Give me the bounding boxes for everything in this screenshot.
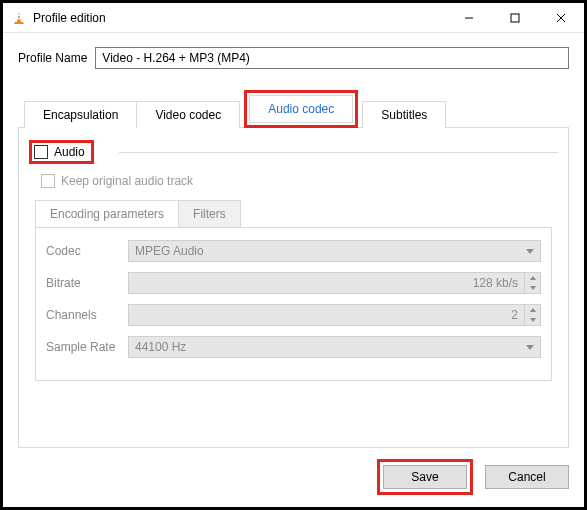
subtab-encoding[interactable]: Encoding parameters	[35, 200, 179, 227]
vlc-cone-icon	[11, 10, 27, 26]
codec-value: MPEG Audio	[135, 244, 204, 258]
samplerate-row: Sample Rate 44100 Hz	[46, 336, 541, 358]
audio-group-header: Audio	[29, 140, 558, 164]
channels-row: Channels 2	[46, 304, 541, 326]
bitrate-row: Bitrate 128 kb/s	[46, 272, 541, 294]
sub-tabbar: Encoding parameters Filters	[35, 200, 552, 228]
arrow-down-icon[interactable]	[525, 315, 540, 325]
maximize-button[interactable]	[492, 3, 538, 32]
bitrate-label: Bitrate	[46, 276, 128, 290]
bitrate-stepper[interactable]: 128 kb/s	[128, 272, 541, 294]
stepper-arrows	[524, 305, 540, 325]
profile-name-label: Profile Name	[18, 51, 87, 65]
close-button[interactable]	[538, 3, 584, 32]
tab-subtitles[interactable]: Subtitles	[362, 101, 446, 128]
codec-label: Codec	[46, 244, 128, 258]
content-area: Profile Name Encapsulation Video codec A…	[3, 33, 584, 448]
titlebar: Profile edition	[3, 3, 584, 33]
svg-rect-1	[17, 18, 21, 19]
highlight-save-button: Save	[377, 459, 473, 495]
minimize-button[interactable]	[446, 3, 492, 32]
tab-video-codec[interactable]: Video codec	[137, 101, 240, 128]
tab-audio-codec[interactable]: Audio codec	[249, 95, 353, 123]
arrow-up-icon[interactable]	[525, 305, 540, 315]
samplerate-label: Sample Rate	[46, 340, 128, 354]
tab-encapsulation[interactable]: Encapsulation	[24, 101, 137, 128]
svg-rect-0	[18, 15, 21, 16]
arrow-down-icon[interactable]	[525, 283, 540, 293]
window-controls	[446, 3, 584, 32]
window-title: Profile edition	[33, 11, 446, 25]
chevron-down-icon	[526, 249, 534, 254]
codec-select[interactable]: MPEG Audio	[128, 240, 541, 262]
samplerate-select[interactable]: 44100 Hz	[128, 336, 541, 358]
keep-original-checkbox[interactable]	[41, 174, 55, 188]
svg-rect-3	[511, 14, 519, 22]
keep-original-row: Keep original audio track	[41, 174, 558, 188]
audio-group-label: Audio	[54, 145, 85, 159]
cancel-button[interactable]: Cancel	[485, 465, 569, 489]
arrow-up-icon[interactable]	[525, 273, 540, 283]
highlight-audio-tab: Audio codec	[244, 90, 358, 128]
highlight-audio-checkbox: Audio	[29, 140, 94, 164]
stepper-arrows	[524, 273, 540, 293]
subtab-filters[interactable]: Filters	[179, 200, 241, 227]
encoding-form: Codec MPEG Audio Bitrate 128 kb/s Channe…	[35, 228, 552, 381]
bitrate-value: 128 kb/s	[129, 276, 524, 290]
codec-row: Codec MPEG Audio	[46, 240, 541, 262]
main-tabbar: Encapsulation Video codec Audio codec Su…	[18, 91, 569, 128]
profile-name-row: Profile Name	[18, 47, 569, 69]
save-button[interactable]: Save	[383, 465, 467, 489]
audio-enable-checkbox[interactable]	[34, 145, 48, 159]
channels-value: 2	[129, 308, 524, 322]
channels-stepper[interactable]: 2	[128, 304, 541, 326]
samplerate-value: 44100 Hz	[135, 340, 186, 354]
profile-name-input[interactable]	[95, 47, 569, 69]
dialog-footer: Save Cancel	[377, 459, 569, 495]
audio-panel: Audio Keep original audio track Encoding…	[18, 128, 569, 448]
keep-original-label: Keep original audio track	[61, 174, 193, 188]
chevron-down-icon	[526, 345, 534, 350]
channels-label: Channels	[46, 308, 128, 322]
